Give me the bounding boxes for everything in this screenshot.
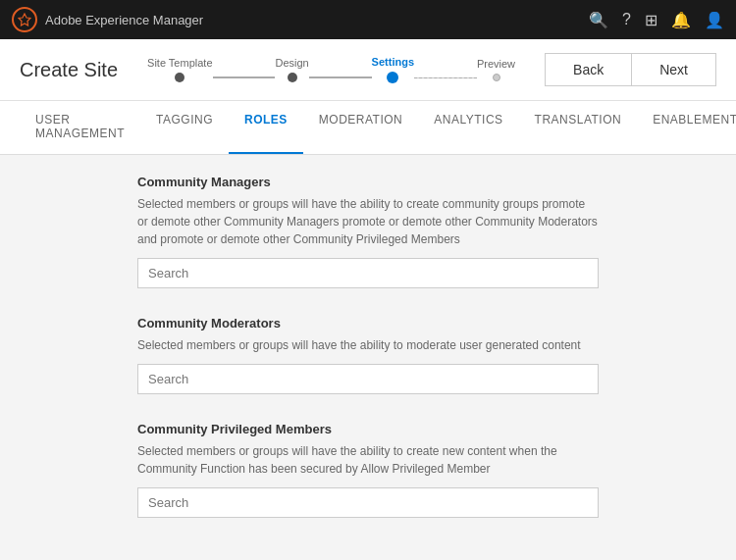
step-design: Design xyxy=(275,57,308,82)
step-line-2 xyxy=(309,76,372,78)
top-navigation: Adobe Experience Manager 🔍 ? ⊞ 🔔 👤 xyxy=(0,0,736,39)
tabs-bar: USER MANAGEMENT TAGGING ROLES MODERATION… xyxy=(0,101,736,155)
step-line-1 xyxy=(213,76,276,78)
app-logo xyxy=(12,7,37,32)
tab-enablement[interactable]: ENABLEMENT xyxy=(637,101,736,154)
tab-tagging[interactable]: TAGGING xyxy=(140,101,229,154)
step-settings: Settings xyxy=(372,56,414,83)
community-moderators-title: Community Moderators xyxy=(137,316,599,331)
step-dot-3 xyxy=(387,72,398,83)
nav-icons-group: 🔍 ? ⊞ 🔔 👤 xyxy=(589,11,724,29)
next-button[interactable]: Next xyxy=(631,53,716,86)
user-icon[interactable]: 👤 xyxy=(705,11,724,29)
community-moderators-search[interactable] xyxy=(137,364,599,394)
tab-user-management[interactable]: USER MANAGEMENT xyxy=(20,101,140,154)
step-dot-2 xyxy=(288,73,297,82)
step-site-template: Site Template xyxy=(147,57,212,82)
notifications-icon[interactable]: 🔔 xyxy=(671,11,691,29)
community-managers-search[interactable] xyxy=(137,258,599,288)
step-dot-4 xyxy=(493,74,500,81)
step-label-3: Settings xyxy=(372,56,414,68)
tab-translation[interactable]: TRANSLATION xyxy=(519,101,638,154)
community-managers-title: Community Managers xyxy=(137,175,599,189)
help-icon[interactable]: ? xyxy=(622,11,631,28)
main-content: Community Managers Selected members or g… xyxy=(0,155,736,560)
header-area: Create Site Site Template Design Setting… xyxy=(0,39,736,101)
community-privileged-title: Community Privileged Members xyxy=(137,422,599,436)
apps-icon[interactable]: ⊞ xyxy=(645,11,657,29)
community-managers-desc: Selected members or groups will have the… xyxy=(137,195,599,248)
step-label-2: Design xyxy=(275,57,308,69)
tab-analytics[interactable]: ANALYTICS xyxy=(418,101,518,154)
step-label-4: Preview xyxy=(477,58,515,70)
community-moderators-section: Community Moderators Selected members or… xyxy=(137,316,599,414)
tab-roles[interactable]: ROLES xyxy=(229,101,303,154)
app-name-label: Adobe Experience Manager xyxy=(45,13,203,27)
step-preview: Preview xyxy=(477,58,515,81)
tab-moderation[interactable]: MODERATION xyxy=(303,101,418,154)
page-title: Create Site xyxy=(20,59,118,81)
steps-container: Site Template Design Settings Preview xyxy=(137,56,525,83)
community-privileged-desc: Selected members or groups will have the… xyxy=(137,442,599,478)
step-line-3 xyxy=(414,77,477,78)
search-icon[interactable]: 🔍 xyxy=(589,11,608,29)
back-button[interactable]: Back xyxy=(545,53,631,86)
logo-area: Adobe Experience Manager xyxy=(12,7,589,32)
community-managers-section: Community Managers Selected members or g… xyxy=(137,175,599,308)
step-dot-1 xyxy=(175,73,184,82)
community-privileged-search[interactable] xyxy=(137,487,599,518)
community-moderators-desc: Selected members or groups will have the… xyxy=(137,336,599,354)
step-label-1: Site Template xyxy=(147,57,212,69)
community-privileged-section: Community Privileged Members Selected me… xyxy=(137,422,599,537)
header-buttons: Back Next xyxy=(545,53,716,86)
